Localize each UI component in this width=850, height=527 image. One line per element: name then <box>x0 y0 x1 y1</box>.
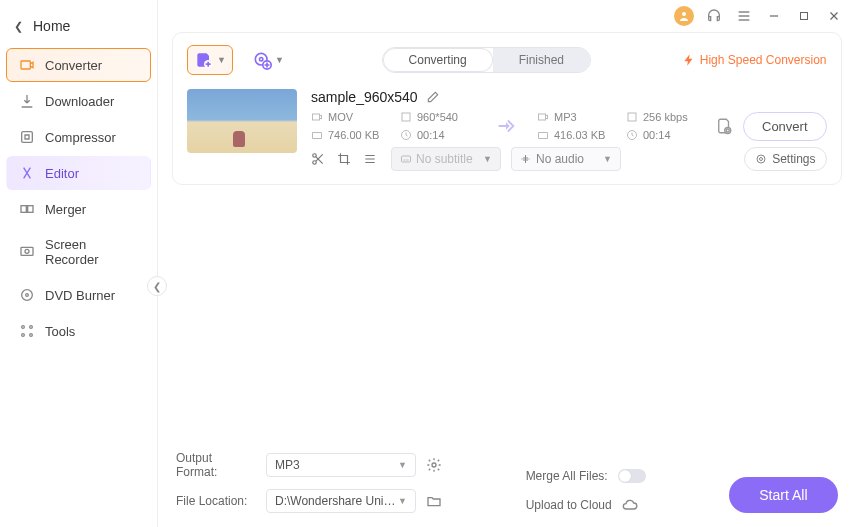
scissors-icon <box>311 152 325 166</box>
dvd-burner-icon <box>19 287 35 303</box>
sidebar-item-downloader[interactable]: Downloader <box>6 84 151 118</box>
svg-rect-28 <box>402 156 411 162</box>
svg-point-10 <box>22 334 25 337</box>
home-nav[interactable]: ❮ Home <box>0 8 157 44</box>
sidebar-item-label: DVD Burner <box>45 288 115 303</box>
svg-rect-0 <box>21 61 30 69</box>
svg-point-29 <box>757 155 765 163</box>
chevron-down-icon: ▼ <box>275 55 284 65</box>
sidebar-item-dvd-burner[interactable]: DVD Burner <box>6 278 151 312</box>
sidebar-item-label: Compressor <box>45 130 116 145</box>
dst-size: 416.03 KB <box>554 129 605 141</box>
close-icon <box>827 9 841 23</box>
audio-icon <box>520 153 532 165</box>
add-dvd-icon <box>252 50 272 70</box>
bottom-bar: Output Format: MP3 ▼ File Location: D:\W… <box>158 441 850 527</box>
svg-rect-3 <box>28 206 33 213</box>
svg-rect-19 <box>402 113 410 121</box>
sidebar-item-converter[interactable]: Converter <box>6 48 151 82</box>
cloud-icon <box>622 497 638 513</box>
main-area: ▼ ▼ Converting Finished High Speed Conve… <box>158 0 850 527</box>
home-label: Home <box>33 18 70 34</box>
sidebar-item-editor[interactable]: Editor <box>6 156 151 190</box>
sidebar-item-label: Merger <box>45 202 86 217</box>
edit-icon <box>426 90 440 104</box>
svg-point-5 <box>25 249 29 253</box>
svg-point-26 <box>313 154 317 158</box>
output-format-label: Output Format: <box>176 451 256 479</box>
svg-point-7 <box>26 294 29 297</box>
window-titlebar <box>158 0 850 32</box>
merge-label: Merge All Files: <box>526 469 608 483</box>
minimize-icon <box>767 9 781 23</box>
hsc-label: High Speed Conversion <box>700 53 827 67</box>
screen-recorder-icon <box>19 244 35 260</box>
file-location-label: File Location: <box>176 494 256 508</box>
chevron-down-icon: ▼ <box>483 154 492 164</box>
svg-rect-13 <box>800 13 807 20</box>
add-dvd-button[interactable]: ▼ <box>245 45 291 75</box>
file-item: sample_960x540 MOV 746.00 KB 960*540 <box>187 83 827 180</box>
minimize-button[interactable] <box>764 6 784 26</box>
menu-button[interactable] <box>734 6 754 26</box>
tab-converting[interactable]: Converting <box>383 48 493 72</box>
sidebar-item-screen-recorder[interactable]: Screen Recorder <box>6 228 151 276</box>
trim-button[interactable] <box>311 152 325 166</box>
close-button[interactable] <box>824 6 844 26</box>
rename-button[interactable] <box>426 90 440 104</box>
upload-cloud-button[interactable] <box>622 497 638 513</box>
effects-button[interactable] <box>363 152 377 166</box>
subtitle-dropdown[interactable]: No subtitle ▼ <box>391 147 501 171</box>
chevron-down-icon: ▼ <box>603 154 612 164</box>
tools-icon <box>19 323 35 339</box>
document-gear-icon <box>715 117 733 135</box>
folder-icon <box>426 493 442 509</box>
svg-rect-22 <box>628 113 636 121</box>
tab-finished[interactable]: Finished <box>493 48 590 72</box>
src-format: MOV <box>328 111 353 123</box>
merge-toggle[interactable] <box>618 469 646 483</box>
high-speed-conversion-toggle[interactable]: High Speed Conversion <box>682 53 827 67</box>
back-chevron-icon: ❮ <box>14 20 23 33</box>
compressor-icon <box>19 129 35 145</box>
user-avatar[interactable] <box>674 6 694 26</box>
subtitle-icon <box>400 153 412 165</box>
headset-icon <box>706 8 722 24</box>
video-thumbnail[interactable] <box>187 89 297 153</box>
upload-label: Upload to Cloud <box>526 498 612 512</box>
src-size: 746.00 KB <box>328 129 379 141</box>
output-format-settings-button[interactable] <box>426 457 442 473</box>
svg-rect-18 <box>313 114 320 120</box>
dst-format: MP3 <box>554 111 577 123</box>
crop-button[interactable] <box>337 152 351 166</box>
svg-point-6 <box>22 290 33 301</box>
maximize-button[interactable] <box>794 6 814 26</box>
sidebar-item-label: Tools <box>45 324 75 339</box>
support-button[interactable] <box>704 6 724 26</box>
sidebar-item-compressor[interactable]: Compressor <box>6 120 151 154</box>
convert-button[interactable]: Convert <box>743 112 827 141</box>
sidebar-item-label: Downloader <box>45 94 114 109</box>
audio-dropdown[interactable]: No audio ▼ <box>511 147 621 171</box>
add-file-icon <box>194 50 214 70</box>
content-card: ▼ ▼ Converting Finished High Speed Conve… <box>172 32 842 185</box>
file-location-dropdown[interactable]: D:\Wondershare UniConverter 1 ▼ <box>266 489 416 513</box>
add-file-button[interactable]: ▼ <box>187 45 233 75</box>
output-settings-button[interactable] <box>715 117 733 135</box>
svg-point-16 <box>259 58 262 61</box>
merger-icon <box>19 201 35 217</box>
sidebar-item-tools[interactable]: Tools <box>6 314 151 348</box>
start-all-button[interactable]: Start All <box>729 477 837 513</box>
svg-point-27 <box>313 161 317 165</box>
maximize-icon <box>798 10 810 22</box>
output-format-dropdown[interactable]: MP3 ▼ <box>266 453 416 477</box>
menu-icon <box>736 8 752 24</box>
arrow-right-icon <box>489 115 523 137</box>
downloader-icon <box>19 93 35 109</box>
open-folder-button[interactable] <box>426 493 442 509</box>
svg-point-12 <box>682 12 686 16</box>
sidebar-item-label: Converter <box>45 58 102 73</box>
file-settings-button[interactable]: Settings <box>744 147 826 171</box>
svg-point-9 <box>30 326 33 329</box>
sidebar-item-merger[interactable]: Merger <box>6 192 151 226</box>
